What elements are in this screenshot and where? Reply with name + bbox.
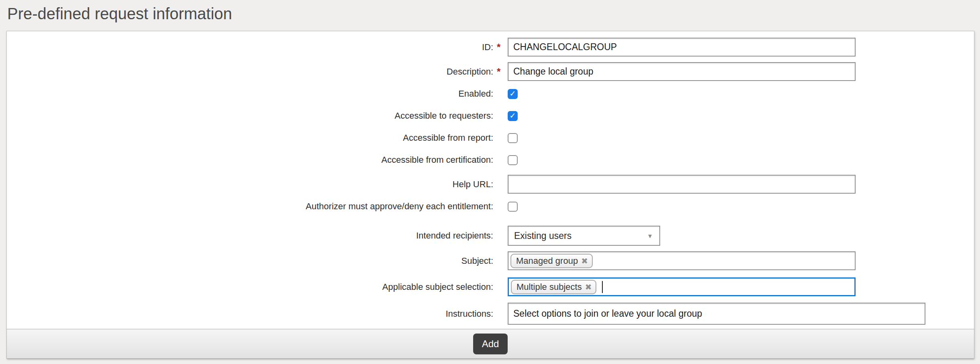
intended-recipients-select[interactable]: Existing users ▼ [508,226,660,246]
form-row-intended-recipients: Intended recipients: Existing users ▼ [7,226,974,246]
page-header: Pre-defined request information [0,0,980,31]
tag-label: Multiple subjects [516,282,582,292]
form-row-accessible-from-certification: Accessible from certification: ✓ [7,153,974,167]
form-row-enabled: Enabled: ✓ [7,87,974,101]
help-url-input[interactable] [508,175,856,194]
enabled-checkbox[interactable]: ✓ [508,89,518,99]
description-label: Description: [447,67,493,77]
page-title: Pre-defined request information [7,5,980,23]
request-form-panel: ID: * Description: * Enabled: [6,31,974,359]
form-row-authorizer-approve: Authorizer must approve/deny each entitl… [7,199,974,214]
form-row-description: Description: * [7,62,974,81]
form-row-subject: Subject: Managed group ✖ [7,251,974,270]
checkmark-icon: ✓ [510,112,516,119]
enabled-label: Enabled: [458,89,493,99]
checkmark-icon: ✓ [510,90,516,97]
description-input[interactable] [508,62,856,81]
required-asterisk: * [493,68,507,76]
authorizer-approve-label: Authorizer must approve/deny each entitl… [306,201,493,212]
form-row-instructions: Instructions: [7,303,974,325]
form-footer: Add [7,329,974,358]
accessible-from-certification-label: Accessible from certification: [381,155,493,165]
id-input[interactable] [508,38,856,57]
form-row-id: ID: * [7,38,974,57]
authorizer-approve-checkbox[interactable]: ✓ [508,202,518,212]
intended-recipients-label: Intended recipients: [416,231,493,241]
form-row-accessible-to-requesters: Accessible to requesters: ✓ [7,109,974,123]
applicable-subject-selection-tag-input[interactable]: Multiple subjects ✖ [508,277,856,296]
chevron-down-icon: ▼ [647,233,653,239]
accessible-from-certification-checkbox[interactable]: ✓ [508,155,518,165]
form-row-applicable-subject-selection: Applicable subject selection: Multiple s… [7,277,974,296]
form-row-accessible-from-report: Accessible from report: ✓ [7,131,974,145]
accessible-from-report-checkbox[interactable]: ✓ [508,133,518,143]
subject-tag: Managed group ✖ [510,254,593,268]
accessible-from-report-label: Accessible from report: [403,133,493,143]
remove-tag-icon[interactable]: ✖ [585,283,592,291]
instructions-label: Instructions: [445,309,493,319]
subject-label: Subject: [462,256,494,266]
tag-label: Managed group [516,256,578,266]
help-url-label: Help URL: [453,179,493,190]
required-asterisk: * [493,43,507,51]
form-row-help-url: Help URL: [7,175,974,194]
text-cursor [602,281,603,293]
applicable-subject-selection-label: Applicable subject selection: [382,282,493,292]
selected-option-label: Existing users [514,231,571,241]
add-button[interactable]: Add [473,334,508,354]
form-area: ID: * Description: * Enabled: [7,31,974,329]
accessible-to-requesters-checkbox[interactable]: ✓ [508,111,518,121]
applicable-subject-tag: Multiple subjects ✖ [511,280,596,294]
accessible-to-requesters-label: Accessible to requesters: [394,111,493,121]
remove-tag-icon[interactable]: ✖ [581,257,588,265]
id-label: ID: [482,42,493,53]
instructions-input[interactable] [508,303,925,325]
subject-tag-input[interactable]: Managed group ✖ [508,251,856,270]
